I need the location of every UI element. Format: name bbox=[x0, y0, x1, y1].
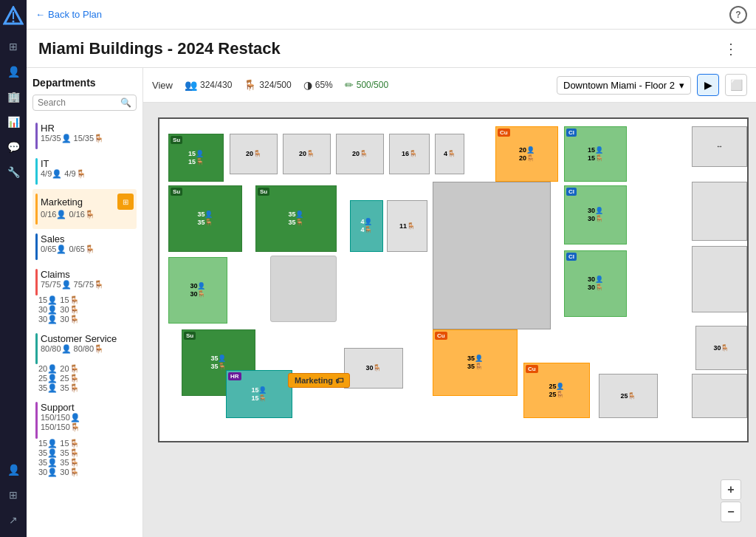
cs-sub-3: 35👤 35🪑 bbox=[35, 383, 134, 393]
floor-plan[interactable]: Marketing 🏷 Su 15👤15🪑 20🪑 20🪑 bbox=[158, 117, 749, 442]
pencil-icon: ✏ bbox=[345, 79, 354, 91]
room-green-left-3[interactable]: 30👤30🪑 bbox=[168, 257, 227, 324]
dept-item-hr[interactable]: HR 15/35👤 15/35🪑 bbox=[32, 118, 137, 154]
main-container: ← Back to Plan ? Miami Buildings - 2024 … bbox=[27, 0, 756, 537]
room-cl-mid-right[interactable]: Cl 30👤30🪑 bbox=[564, 185, 627, 244]
area-tool-button[interactable]: ⬜ bbox=[725, 74, 747, 96]
svg-point-2 bbox=[13, 21, 15, 23]
top-bar: ← Back to Plan ? bbox=[27, 0, 756, 30]
room-gray-4[interactable]: 16🪑 bbox=[389, 134, 430, 174]
badge-su-2: Su bbox=[171, 188, 182, 196]
room-gray-right-3b[interactable] bbox=[692, 246, 747, 312]
stat-pencil-value: 500/500 bbox=[357, 80, 388, 90]
room-cl-top-right[interactable]: Cl 15👤15🪑 bbox=[564, 126, 627, 182]
badge-su-3: Su bbox=[258, 188, 269, 196]
view-label: View bbox=[152, 80, 173, 91]
room-gray-3[interactable]: 20🪑 bbox=[336, 134, 384, 174]
central-corridor bbox=[433, 182, 551, 329]
dept-stats-hr: 15/35👤 15/35🪑 bbox=[41, 134, 134, 143]
chevron-down-icon: ▾ bbox=[679, 80, 684, 91]
marketing-grid-icon: ⊞ bbox=[117, 194, 134, 210]
dept-stats-support-1: 150/150👤 bbox=[41, 413, 134, 423]
room-hr-bottom[interactable]: HR 15👤15🪑 bbox=[226, 370, 292, 418]
department-search-box[interactable]: 🔍 bbox=[32, 95, 137, 111]
room-su-mid-left[interactable]: Su 35👤35🪑 bbox=[168, 185, 242, 252]
dept-item-marketing[interactable]: Marketing ⊞ 0/16👤 0/16🪑 bbox=[32, 189, 137, 229]
badge-cl-2: Cl bbox=[566, 188, 577, 196]
room-cl-right-3[interactable]: Cl 30👤30🪑 bbox=[564, 250, 627, 317]
cs-sub-2: 25👤 25🪑 bbox=[35, 374, 134, 383]
page-title: Miami Buildings - 2024 Restack bbox=[38, 39, 281, 58]
bottom-grid-icon[interactable]: ⊞ bbox=[2, 484, 24, 506]
help-icon[interactable]: ? bbox=[729, 6, 747, 24]
floor-plan-container: Marketing 🏷 Su 15👤15🪑 20🪑 20🪑 bbox=[143, 103, 756, 537]
room-far-right-1[interactable]: ↔ bbox=[692, 126, 747, 167]
room-su-top-left[interactable]: Su 15👤15🪑 bbox=[168, 134, 224, 182]
room-30seats-far-right[interactable]: 30🪑 bbox=[695, 326, 747, 370]
claims-sub-1: 15👤 15🪑 bbox=[35, 295, 134, 305]
building-nav-icon[interactable]: 🏢 bbox=[2, 86, 24, 108]
back-to-plan-label: Back to Plan bbox=[48, 9, 102, 20]
room-teal-1[interactable]: 4👤4🪑 bbox=[350, 200, 383, 252]
select-tool-button[interactable]: ▶ bbox=[697, 74, 719, 96]
room-cu-top-right[interactable]: Cu 20👤20🪑 bbox=[495, 126, 558, 182]
badge-su-1: Su bbox=[171, 136, 182, 144]
dept-name-support: Support bbox=[41, 402, 134, 413]
stat-seats: 🪑 324/500 bbox=[244, 79, 291, 91]
badge-su-4: Su bbox=[184, 332, 196, 340]
dept-stats-sales: 0/65👤 0/65🪑 bbox=[41, 244, 134, 254]
stat-percent: ◑ 65% bbox=[303, 79, 333, 91]
room-gray-2[interactable]: 20🪑 bbox=[283, 134, 331, 174]
wrench-nav-icon[interactable]: 🔧 bbox=[2, 161, 24, 183]
dept-item-it[interactable]: IT 4/9👤 4/9🪑 bbox=[32, 154, 137, 189]
floor-selector-label: Downtown Miami - Floor 2 bbox=[563, 80, 675, 91]
more-options-icon[interactable]: ⋮ bbox=[718, 37, 744, 61]
room-30seats-bottom[interactable]: 30🪑 bbox=[344, 348, 403, 389]
floor-selector-button[interactable]: Downtown Miami - Floor 2 ▾ bbox=[557, 76, 691, 95]
badge-cl-1: Cl bbox=[566, 129, 577, 137]
chart-nav-icon[interactable]: 📊 bbox=[2, 111, 24, 133]
icon-sidebar: ⊞ 👤 🏢 📊 💬 🔧 👤 ⊞ ↗ bbox=[0, 0, 27, 537]
room-gray-right-3a[interactable] bbox=[692, 182, 747, 241]
message-nav-icon[interactable]: 💬 bbox=[2, 136, 24, 158]
claims-sub-3: 30👤 30🪑 bbox=[35, 315, 134, 324]
back-to-plan-link[interactable]: ← Back to Plan bbox=[35, 9, 102, 20]
zoom-in-button[interactable]: + bbox=[721, 479, 741, 500]
search-input[interactable] bbox=[38, 98, 120, 108]
support-sub-4: 30👤 30🪑 bbox=[35, 468, 134, 477]
room-gray-5[interactable]: 4🪑 bbox=[435, 134, 464, 174]
dept-name-hr: HR bbox=[41, 123, 134, 134]
bottom-person-icon[interactable]: 👤 bbox=[2, 459, 24, 481]
badge-cu-1: Cu bbox=[498, 129, 510, 137]
label-su-1: 15👤15🪑 bbox=[188, 150, 204, 166]
support-sub-1: 15👤 15🪑 bbox=[35, 439, 134, 448]
dept-item-customer-service[interactable]: Customer Service 80/80👤 80/80🪑 20👤 20🪑 2… bbox=[32, 329, 137, 397]
home-nav-icon[interactable]: ⊞ bbox=[2, 35, 24, 58]
room-gray-1[interactable]: 20🪑 bbox=[230, 134, 278, 174]
room-cu-bottom-center[interactable]: Cu 35👤35🪑 bbox=[433, 329, 518, 396]
stat-people-value: 324/430 bbox=[200, 80, 232, 90]
room-gray-bottom-far1[interactable] bbox=[692, 374, 747, 418]
dept-stats-it: 4/9👤 4/9🪑 bbox=[41, 169, 134, 179]
claims-sub-2: 30👤 30🪑 bbox=[35, 305, 134, 315]
zoom-out-button[interactable]: − bbox=[721, 502, 741, 522]
room-11seats[interactable]: 11🪑 bbox=[387, 200, 427, 252]
search-icon: 🔍 bbox=[120, 98, 131, 108]
bottom-expand-icon[interactable]: ↗ bbox=[2, 509, 24, 531]
room-25seats-right[interactable]: 25🪑 bbox=[599, 374, 658, 418]
people-icon: 👥 bbox=[185, 79, 197, 91]
dept-name-it: IT bbox=[41, 158, 134, 169]
room-su-mid-center[interactable]: Su 35👤35🪑 bbox=[255, 185, 337, 252]
person-nav-icon[interactable]: 👤 bbox=[2, 61, 24, 83]
dept-stats-marketing: 0/16👤 0/16🪑 bbox=[41, 210, 134, 219]
back-arrow-icon: ← bbox=[35, 9, 45, 20]
dept-item-sales[interactable]: Sales 0/65👤 0/65🪑 bbox=[32, 229, 137, 264]
dept-item-support[interactable]: Support 150/150👤 150/150🪑 15👤 15🪑 35👤 35… bbox=[32, 397, 137, 482]
dept-item-claims[interactable]: Claims 75/75👤 75/75🪑 15👤 15🪑 30👤 30🪑 30👤… bbox=[32, 264, 137, 329]
percent-icon: ◑ bbox=[303, 79, 312, 91]
badge-hr-1: HR bbox=[228, 372, 241, 380]
marketing-floating-label: Marketing 🏷 bbox=[288, 373, 350, 388]
room-cu-bottom-right[interactable]: Cu 25👤25🪑 bbox=[523, 363, 590, 418]
map-area: View 👥 324/430 🪑 324/500 ◑ 65% ✏ 500/500 bbox=[143, 68, 756, 537]
title-bar: Miami Buildings - 2024 Restack ⋮ bbox=[27, 30, 756, 68]
